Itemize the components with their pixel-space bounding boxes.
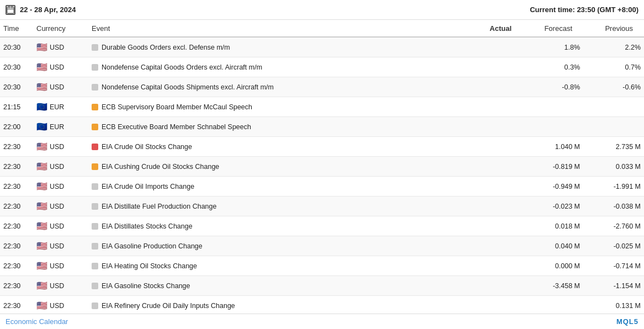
cell-event: ECB Supervisory Board Member McCaul Spee… <box>88 103 462 111</box>
importance-indicator <box>92 163 98 170</box>
cell-forecast: 0.040 M <box>523 242 583 250</box>
cell-event: EIA Gasoline Production Change <box>88 242 462 250</box>
table-row: 22:30 🇺🇸 USD EIA Distillates Stocks Chan… <box>0 216 644 236</box>
flag-icon: 🇺🇸 <box>36 262 47 270</box>
currency-code: USD <box>50 282 64 290</box>
cell-previous: -1.991 M <box>583 183 644 190</box>
event-name: EIA Crude Oil Stocks Change <box>102 143 192 151</box>
cell-forecast: -0.023 M <box>523 203 583 210</box>
cell-currency: 🇺🇸 USD <box>33 143 88 151</box>
cell-forecast: 1.8% <box>523 44 583 51</box>
table-row: 20:30 🇺🇸 USD Nondefense Capital Goods Sh… <box>0 77 644 97</box>
cell-currency: 🇺🇸 USD <box>33 242 88 250</box>
flag-icon: 🇺🇸 <box>36 44 47 51</box>
cell-currency: 🇺🇸 USD <box>33 262 88 270</box>
event-name: EIA Distillate Fuel Production Change <box>102 203 216 210</box>
table-row: 22:00 🇪🇺 EUR ECB Executive Board Member … <box>0 117 644 137</box>
table-row: 22:30 🇺🇸 USD EIA Crude Oil Imports Chang… <box>0 177 644 197</box>
cell-time: 21:15 <box>0 103 33 111</box>
importance-indicator <box>92 183 98 190</box>
event-name: EIA Gasoline Stocks Change <box>102 282 190 290</box>
event-name: ECB Executive Board Member Schnabel Spee… <box>102 123 251 131</box>
currency-code: EUR <box>50 123 64 131</box>
cell-forecast: 0.000 M <box>523 262 583 270</box>
cell-event: Durable Goods Orders excl. Defense m/m <box>88 44 462 51</box>
date-range: 22 - 28 Apr, 2024 <box>20 6 76 14</box>
flag-icon: 🇺🇸 <box>36 143 47 151</box>
event-name: ECB Supervisory Board Member McCaul Spee… <box>102 103 252 111</box>
flag-icon: 🇺🇸 <box>36 183 47 190</box>
cell-previous: -2.760 M <box>583 222 644 230</box>
cell-currency: 🇺🇸 USD <box>33 183 88 190</box>
flag-icon: 🇺🇸 <box>36 63 47 71</box>
cell-time: 22:30 <box>0 222 33 230</box>
table-row: 20:30 🇺🇸 USD Nondefense Capital Goods Or… <box>0 57 644 77</box>
flag-icon: 🇪🇺 <box>36 103 47 111</box>
currency-code: USD <box>50 83 64 91</box>
currency-code: EUR <box>50 103 64 111</box>
table-row: 20:30 🇺🇸 USD Durable Goods Orders excl. … <box>0 38 644 57</box>
importance-indicator <box>92 283 98 289</box>
currency-code: USD <box>50 242 64 250</box>
cell-previous: 0.7% <box>583 63 644 71</box>
cell-time: 20:30 <box>0 83 33 91</box>
importance-indicator <box>92 104 98 110</box>
importance-indicator <box>92 243 98 250</box>
flag-icon: 🇺🇸 <box>36 203 47 210</box>
cell-event: Nondefense Capital Goods Shipments excl.… <box>88 83 462 91</box>
current-time-value: 23:50 (GMT +8:00) <box>577 6 638 14</box>
event-name: EIA Crude Oil Imports Change <box>102 183 194 190</box>
event-name: Nondefense Capital Goods Orders excl. Ai… <box>102 63 262 71</box>
footer-economic-calendar: Economic Calendar <box>6 317 68 326</box>
importance-indicator <box>92 84 98 91</box>
current-time: Current time: 23:50 (GMT +8:00) <box>530 6 638 14</box>
currency-code: USD <box>50 302 64 310</box>
event-name: Durable Goods Orders excl. Defense m/m <box>102 44 230 51</box>
table-row: 22:30 🇺🇸 USD EIA Heating Oil Stocks Chan… <box>0 256 644 276</box>
cell-time: 22:30 <box>0 282 33 290</box>
cell-time: 22:30 <box>0 242 33 250</box>
currency-code: USD <box>50 203 64 210</box>
cell-event: EIA Heating Oil Stocks Change <box>88 262 462 270</box>
cell-previous: 0.033 M <box>583 163 644 171</box>
cell-time: 22:30 <box>0 163 33 171</box>
flag-icon: 🇺🇸 <box>36 302 47 310</box>
flag-icon: 🇪🇺 <box>36 123 47 131</box>
currency-code: USD <box>50 262 64 270</box>
cell-forecast: 0.3% <box>523 63 583 71</box>
cell-time: 22:30 <box>0 143 33 151</box>
cell-currency: 🇺🇸 USD <box>33 302 88 310</box>
table-row: 22:30 🇺🇸 USD EIA Gasoline Stocks Change … <box>0 276 644 296</box>
cell-forecast: -0.819 M <box>523 163 583 171</box>
currency-code: USD <box>50 222 64 230</box>
cell-forecast: -3.458 M <box>523 282 583 290</box>
cell-previous: -0.714 M <box>583 262 644 270</box>
importance-indicator <box>92 64 98 71</box>
col-currency: Currency <box>33 24 88 33</box>
event-name: EIA Gasoline Production Change <box>102 242 203 250</box>
cell-previous: -0.025 M <box>583 242 644 250</box>
table-row: 22:30 🇺🇸 USD EIA Cushing Crude Oil Stock… <box>0 157 644 177</box>
event-name: EIA Cushing Crude Oil Stocks Change <box>102 163 219 171</box>
event-name: EIA Refinery Crude Oil Daily Inputs Chan… <box>102 302 235 310</box>
importance-indicator <box>92 144 98 150</box>
cell-previous: 2.735 M <box>583 143 644 151</box>
currency-code: USD <box>50 163 64 171</box>
table-body: 20:30 🇺🇸 USD Durable Goods Orders excl. … <box>0 38 644 314</box>
cell-previous: -0.038 M <box>583 203 644 210</box>
importance-indicator <box>92 263 98 269</box>
cell-previous: -1.154 M <box>583 282 644 290</box>
cell-time: 22:30 <box>0 262 33 270</box>
currency-code: USD <box>50 63 64 71</box>
cell-previous: 0.131 M <box>583 302 644 310</box>
table-row: 21:15 🇪🇺 EUR ECB Supervisory Board Membe… <box>0 97 644 117</box>
current-time-label: Current time: <box>530 6 575 14</box>
currency-code: USD <box>50 143 64 151</box>
cell-forecast: -0.949 M <box>523 183 583 190</box>
cell-time: 22:30 <box>0 302 33 310</box>
cell-event: EIA Distillates Stocks Change <box>88 222 462 230</box>
column-headers: Time Currency Event Actual Forecast Prev… <box>0 20 644 38</box>
flag-icon: 🇺🇸 <box>36 163 47 171</box>
calendar-icon <box>6 5 15 15</box>
flag-icon: 🇺🇸 <box>36 222 47 230</box>
